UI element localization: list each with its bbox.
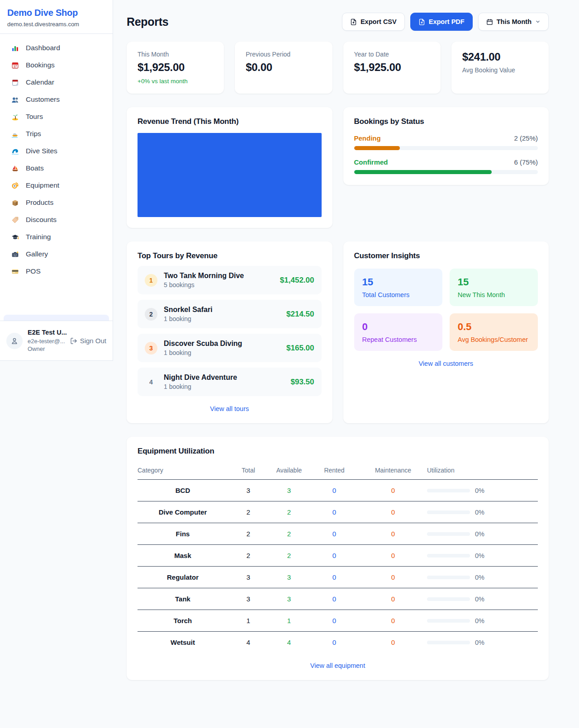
tours-icon bbox=[11, 113, 19, 121]
status-group-pending: Pending 2 (25%) bbox=[354, 134, 538, 150]
cell-total: 2 bbox=[228, 545, 269, 567]
boats-icon bbox=[11, 165, 19, 172]
period-dropdown[interactable]: This Month bbox=[478, 13, 549, 31]
sidebar-item-label: Bookings bbox=[26, 61, 55, 69]
status-bar-track bbox=[354, 170, 538, 174]
sidebar-item-customers[interactable]: Customers bbox=[4, 91, 109, 108]
stat-label: Year to Date bbox=[354, 51, 430, 58]
sidebar-item-trips[interactable]: Trips bbox=[4, 125, 109, 142]
view-all-customers-link[interactable]: View all customers bbox=[354, 360, 538, 367]
export-pdf-button[interactable]: Export PDF bbox=[410, 13, 473, 31]
sidebar-item-training[interactable]: Training bbox=[4, 228, 109, 246]
customers-icon bbox=[11, 96, 19, 104]
cell-rented: 0 bbox=[309, 523, 359, 545]
period-label: This Month bbox=[497, 18, 532, 25]
tour-revenue: $214.50 bbox=[286, 310, 314, 319]
sidebar-item-label: Products bbox=[26, 199, 53, 207]
utilization-bar bbox=[427, 489, 470, 492]
tour-row: 4 Night Dive Adventure 1 booking $93.50 bbox=[138, 368, 322, 396]
insight-label: Avg Bookings/Customer bbox=[458, 336, 530, 343]
status-group-confirmed: Confirmed 6 (75%) bbox=[354, 158, 538, 174]
user-panel: E2E Test U... e2e-tester@... Owner Sign … bbox=[0, 321, 113, 360]
status-label: Pending bbox=[354, 134, 381, 142]
table-row: BCD 3 3 0 0 0% bbox=[138, 480, 538, 501]
view-all-equipment-link[interactable]: View all equipment bbox=[138, 662, 538, 669]
user-email: e2e-tester@... bbox=[28, 337, 65, 345]
status-count: 2 (25%) bbox=[514, 134, 538, 142]
col-category: Category bbox=[138, 462, 228, 480]
products-icon bbox=[11, 199, 19, 207]
cell-category: Torch bbox=[138, 610, 228, 632]
calendar-icon bbox=[486, 19, 493, 25]
logout-icon bbox=[70, 337, 77, 345]
utilization-pct: 0% bbox=[475, 617, 484, 624]
cell-total: 2 bbox=[228, 523, 269, 545]
utilization-pct: 0% bbox=[475, 487, 484, 494]
tour-bookings: 1 booking bbox=[164, 315, 213, 322]
sidebar-item-boats[interactable]: Boats bbox=[4, 160, 109, 177]
sidebar-item-label: Calendar bbox=[26, 78, 54, 86]
tour-bookings: 5 bookings bbox=[164, 281, 244, 288]
utilization-bar bbox=[427, 554, 470, 558]
sidebar-item-products[interactable]: Products bbox=[4, 194, 109, 211]
cell-maintenance: 0 bbox=[359, 523, 427, 545]
utilization-bar bbox=[427, 641, 470, 644]
status-bar-fill bbox=[354, 170, 492, 174]
table-row: Wetsuit 4 4 0 0 0% bbox=[138, 632, 538, 653]
equipment-table: Category Total Available Rented Maintena… bbox=[138, 462, 538, 653]
col-maintenance: Maintenance bbox=[359, 462, 427, 480]
rank-badge: 2 bbox=[145, 308, 157, 321]
col-rented: Rented bbox=[309, 462, 359, 480]
utilization-bar bbox=[427, 532, 470, 536]
cell-maintenance: 0 bbox=[359, 501, 427, 523]
shop-domain: demo.test.divestreams.com bbox=[7, 21, 105, 28]
sidebar-item-tours[interactable]: Tours bbox=[4, 108, 109, 125]
cell-rented: 0 bbox=[309, 567, 359, 588]
sidebar-item-equipment[interactable]: Equipment bbox=[4, 177, 109, 194]
table-row: Mask 2 2 0 0 0% bbox=[138, 545, 538, 567]
insight-value: 15 bbox=[362, 276, 434, 288]
top-tours-card: Top Tours by Revenue 1 Two Tank Morning … bbox=[127, 241, 332, 423]
utilization-bar bbox=[427, 576, 470, 579]
cell-available: 3 bbox=[269, 567, 309, 588]
revenue-trend-title: Revenue Trend (This Month) bbox=[138, 117, 322, 126]
bookings-by-status-card: Bookings by Status Pending 2 (25%) Confi… bbox=[343, 107, 549, 185]
stat-label: This Month bbox=[138, 51, 213, 58]
view-all-tours-link[interactable]: View all tours bbox=[138, 405, 322, 412]
sidebar-item-pos[interactable]: POS bbox=[4, 263, 109, 280]
equipment-title: Equipment Utilization bbox=[138, 447, 538, 456]
cell-category: Dive Computer bbox=[138, 501, 228, 523]
sidebar: Demo Dive Shop demo.test.divestreams.com… bbox=[0, 0, 113, 361]
sidebar-item-calendar[interactable]: Calendar bbox=[4, 74, 109, 91]
revenue-trend-bar bbox=[138, 133, 322, 217]
sidebar-item-label: Tours bbox=[26, 113, 43, 121]
sidebar-item-label: Discounts bbox=[26, 216, 57, 224]
sidebar-item-label: Trips bbox=[26, 130, 41, 138]
utilization-pct: 0% bbox=[475, 530, 484, 538]
cell-available: 3 bbox=[269, 480, 309, 501]
export-csv-button[interactable]: Export CSV bbox=[342, 13, 405, 31]
sidebar-item-label: Boats bbox=[26, 164, 44, 172]
bookings-icon: 17 bbox=[11, 61, 19, 69]
tour-bookings: 1 booking bbox=[164, 349, 242, 356]
cell-rented: 0 bbox=[309, 480, 359, 501]
sign-out-button[interactable]: Sign Out bbox=[70, 337, 106, 345]
sidebar-item-discounts[interactable]: Discounts bbox=[4, 211, 109, 228]
cell-maintenance: 0 bbox=[359, 567, 427, 588]
tour-name: Snorkel Safari bbox=[164, 306, 213, 314]
insight-value: 0 bbox=[362, 321, 434, 333]
table-row: Torch 1 1 0 0 0% bbox=[138, 610, 538, 632]
utilization-cell: 0% bbox=[427, 617, 538, 624]
cell-total: 3 bbox=[228, 480, 269, 501]
cell-rented: 0 bbox=[309, 610, 359, 632]
insight-value: 15 bbox=[458, 276, 530, 288]
sidebar-item-dive-sites[interactable]: Dive Sites bbox=[4, 142, 109, 160]
sidebar-item-dashboard[interactable]: Dashboard bbox=[4, 39, 109, 57]
stat-delta: +0% vs last month bbox=[138, 78, 213, 85]
utilization-bar bbox=[427, 597, 470, 601]
insight-repeat-customers: 0 Repeat Customers bbox=[354, 313, 442, 351]
customer-insights-title: Customer Insights bbox=[354, 251, 538, 260]
file-download-icon bbox=[350, 19, 357, 25]
sidebar-item-bookings[interactable]: 17 Bookings bbox=[4, 57, 109, 74]
sidebar-item-gallery[interactable]: Gallery bbox=[4, 246, 109, 263]
